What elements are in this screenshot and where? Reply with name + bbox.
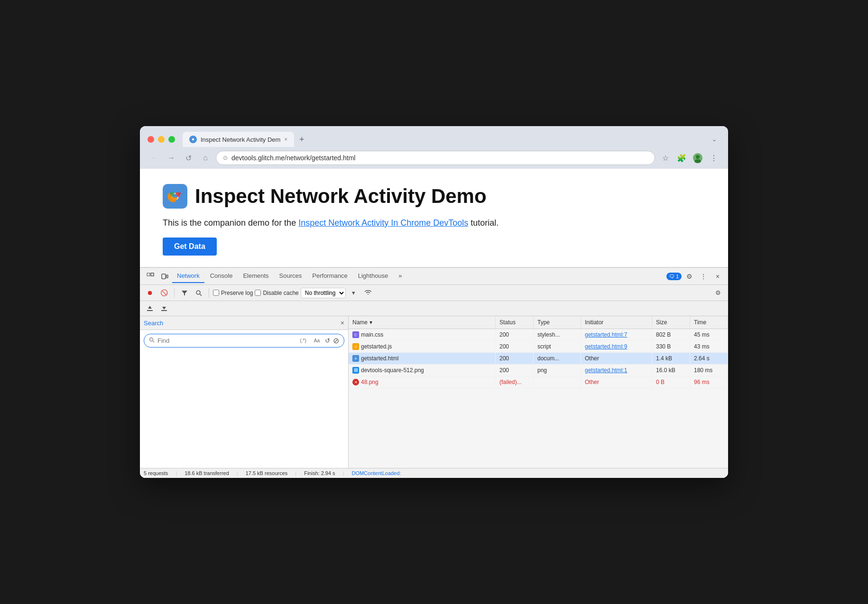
security-icon: ⊙ [223,155,228,161]
header-size: Size [652,316,690,329]
browser-menu-button[interactable]: ⋮ [707,151,720,165]
cell-status: 200 [496,341,534,352]
tab-performance[interactable]: Performance [307,269,352,283]
minimize-button[interactable] [158,136,165,143]
cell-time: 45 ms [690,329,728,340]
settings-button[interactable]: ⚙ [683,270,696,283]
wifi-button[interactable] [362,287,374,299]
reload-button[interactable]: ↺ [182,151,195,165]
tab-network[interactable]: Network [172,269,204,283]
search-input-row: (.*) Aa ↺ ⊘ [140,330,348,351]
status-transferred: 18.6 kB transferred [185,470,229,476]
disable-cache-checkbox[interactable]: Disable cache [255,290,298,296]
nav-actions: ☆ 🧩 ⋮ [659,151,720,165]
tab-close-button[interactable]: × [284,136,287,143]
cell-time: 2.64 s [690,353,728,364]
devtools-panel: Network Console Elements Sources Perform… [140,267,728,478]
cell-name: 🖼 devtools-square-512.png [349,365,496,376]
active-tab[interactable]: Inspect Network Activity Dem × [183,132,294,147]
search-input[interactable] [157,337,295,344]
search-icon [149,337,155,344]
page-content: Inspect Network Activity Demo This is th… [140,169,728,267]
tab-list-dropdown[interactable]: ⌄ [708,132,720,146]
search-close-button[interactable]: × [341,319,344,327]
navigation-bar: ← → ↺ ⌂ ⊙ devtools.glitch.me/network/get… [140,147,728,169]
error-icon: ✕ [352,379,359,385]
network-toolbar: ⏺ 🚫 Preserve log [140,285,728,301]
svg-rect-10 [162,274,166,279]
maximize-button[interactable] [168,136,175,143]
devtools-body: Search × (.*) [140,316,728,468]
subtitle-before: This is the companion demo for the [163,218,298,228]
inspect-element-button[interactable] [144,270,157,283]
record-button[interactable]: ⏺ [144,287,156,299]
subtitle-after: tutorial. [468,218,499,228]
more-options-button[interactable]: ⋮ [697,270,710,283]
table-row[interactable]: ≡ getstarted.html 200 docum... Other 1.4… [349,353,728,365]
cell-size: 0 B [652,376,690,388]
regex-button[interactable]: (.*) [297,337,308,345]
network-rows: C main.css 200 stylesh... getstarted.htm… [349,329,728,468]
tab-console[interactable]: Console [205,269,238,283]
cell-initiator: getstarted.html:7 [581,329,652,340]
get-data-button[interactable]: Get Data [163,238,217,256]
cell-size: 330 B [652,341,690,352]
profile-avatar[interactable] [691,151,704,165]
extensions-button[interactable]: 🧩 [675,151,688,165]
home-button[interactable]: ⌂ [199,151,212,165]
tab-more[interactable]: » [394,269,406,283]
tab-elements[interactable]: Elements [238,269,273,283]
cell-name: ≡ getstarted.html [349,353,496,364]
chrome-logo [163,184,187,209]
subtitle-link[interactable]: Inspect Network Activity In Chrome DevTo… [298,218,468,228]
network-settings-button[interactable]: ⚙ [712,287,724,299]
cell-status: 200 [496,329,534,340]
header-initiator: Initiator [581,316,652,329]
svg-rect-9 [151,273,154,276]
bookmark-button[interactable]: ☆ [659,151,672,165]
back-button[interactable]: ← [148,151,161,165]
tab-lighthouse[interactable]: Lighthouse [353,269,393,283]
search-refresh-button[interactable]: ↺ [325,337,330,344]
cell-initiator: getstarted.html:9 [581,341,652,352]
svg-point-19 [150,338,153,341]
download-har-button[interactable] [158,302,170,315]
search-header: Search × [140,316,348,330]
new-tab-button[interactable]: + [294,132,309,147]
svg-point-13 [196,291,200,294]
clear-button[interactable]: 🚫 [158,287,170,299]
device-toolbar-button[interactable] [158,270,171,283]
search-clear-button[interactable]: ⊘ [333,336,339,345]
cell-time: 43 ms [690,341,728,352]
table-row[interactable]: J getstarted.js 200 script getstarted.ht… [349,341,728,353]
svg-point-4 [694,159,701,163]
browser-window: Inspect Network Activity Dem × + ⌄ ← → ↺… [140,126,728,478]
tab-sources[interactable]: Sources [275,269,307,283]
upload-har-button[interactable] [144,302,156,315]
forward-button[interactable]: → [165,151,178,165]
throttle-dropdown[interactable]: ▾ [348,287,360,299]
header-type: Type [534,316,581,329]
tab-title: Inspect Network Activity Dem [201,136,280,143]
svg-marker-16 [148,306,152,309]
devtools-close-button[interactable]: × [711,270,724,283]
status-requests: 5 requests [144,470,168,476]
console-badge: 🗨 1 [666,273,682,280]
cell-type: png [534,365,581,376]
throttle-select[interactable]: No throttling [301,288,346,298]
table-row[interactable]: 🖼 devtools-square-512.png 200 png getsta… [349,365,728,376]
filter-button[interactable] [178,287,191,299]
png-icon: 🖼 [352,367,359,374]
status-finish: Finish: 2.94 s [304,470,335,476]
address-bar[interactable]: ⊙ devtools.glitch.me/network/getstarted.… [216,151,655,165]
svg-point-3 [696,155,700,159]
search-panel: Search × (.*) [140,316,349,468]
close-button[interactable] [148,136,154,143]
header-status: Status [496,316,534,329]
search-toggle-button[interactable] [193,287,205,299]
table-row[interactable]: C main.css 200 stylesh... getstarted.htm… [349,329,728,341]
table-row[interactable]: ✕ 48.png (failed)... Other 0 B 96 ms [349,376,728,388]
svg-rect-8 [147,273,150,276]
preserve-log-checkbox[interactable]: Preserve log [213,290,253,296]
case-sensitive-button[interactable]: Aa [312,337,322,345]
